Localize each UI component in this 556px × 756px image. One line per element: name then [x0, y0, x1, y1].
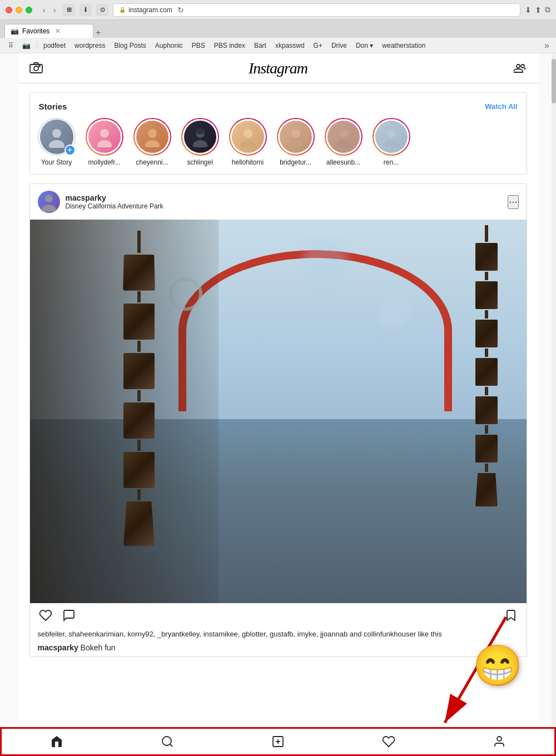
comment-icon: [62, 609, 76, 622]
instagram-header: Instagram: [18, 53, 538, 83]
story-ring-cheyenni: [133, 118, 171, 156]
svg-point-16: [339, 129, 348, 138]
story-ring-molly: [86, 118, 123, 156]
nav-profile-button[interactable]: [444, 729, 554, 754]
bookmarks-bar: ⠿ 📷 podfeet wordpress Blog Posts Auphoni…: [0, 38, 556, 53]
scrollbar-thumb[interactable]: [552, 59, 556, 103]
new-tab-plus[interactable]: +: [93, 28, 103, 38]
story-item-alleesunb[interactable]: alleesunb...: [322, 118, 365, 166]
story-item-hellohitomi[interactable]: hellohitomi: [227, 118, 269, 166]
chain-connector-1: [137, 291, 141, 302]
bookmark-item[interactable]: ⠿: [4, 41, 17, 51]
bookmark-xkpasswd[interactable]: xkpasswd: [271, 41, 309, 51]
svg-line-23: [170, 744, 172, 747]
download-button[interactable]: ⬇: [525, 6, 532, 14]
svg-point-3: [52, 129, 61, 138]
story-username-rene: ren...: [384, 158, 399, 166]
post-image[interactable]: [30, 220, 527, 603]
story-ring-inner-hellohitomi: [230, 119, 266, 155]
story-username-alleesunb: alleesunb...: [326, 158, 360, 166]
comment-button[interactable]: [61, 608, 77, 623]
reload-button[interactable]: ↻: [177, 6, 184, 14]
nav-home-button[interactable]: [2, 729, 112, 754]
instagram-app: Instagram Stories Watch All: [18, 53, 538, 720]
chain-link-4: [123, 402, 155, 439]
post-location[interactable]: Disney California Adventure Park: [66, 202, 163, 210]
bookmark-blog-posts[interactable]: Blog Posts: [110, 41, 150, 51]
post-more-button[interactable]: ···: [508, 195, 518, 209]
hellohitomi-silhouette: [237, 126, 259, 147]
chain-link-bottom: [123, 501, 155, 546]
story-ring-hellohitomi: [229, 118, 267, 156]
nav-add-button[interactable]: [223, 729, 334, 754]
chain-right-conn-3: [485, 349, 488, 357]
address-bar[interactable]: 🔒 instagram.com ↻: [113, 3, 520, 17]
story-username-hellohitomi: hellohitomi: [232, 158, 264, 166]
new-tab-button[interactable]: ⧉: [545, 5, 550, 14]
reader-view[interactable]: ℹ: [80, 4, 92, 16]
bookmark-instagram-icon[interactable]: 📷: [18, 41, 34, 51]
story-ring-inner-cheyenni: [135, 119, 170, 155]
bookmark-don[interactable]: Don ▾: [352, 41, 377, 51]
add-icon: [271, 735, 285, 748]
bookmark-wordpress[interactable]: wordpress: [71, 41, 109, 51]
chain-link-1: [123, 255, 155, 291]
story-avatar-hellohitomi: [232, 121, 264, 153]
story-avatar-wrapper-schlingel: [181, 118, 219, 156]
bookmark-drive[interactable]: Drive: [327, 41, 351, 51]
active-tab[interactable]: 📷 Favorites ✕: [4, 24, 93, 38]
story-ring-schlingel: [181, 118, 219, 156]
svg-point-7: [148, 129, 157, 138]
svg-point-14: [291, 129, 300, 138]
chain-right-link-3: [475, 320, 498, 347]
chain-right-conn-4: [485, 387, 488, 395]
bookmark-button[interactable]: [503, 608, 519, 623]
story-item-molly[interactable]: mollydefr...: [83, 118, 126, 166]
svg-point-22: [162, 737, 171, 745]
svg-point-1: [34, 66, 38, 71]
bookmark-podfeet[interactable]: podfeet: [39, 41, 70, 51]
bookmark-bart[interactable]: Bart: [250, 41, 270, 51]
caption-username[interactable]: macsparky: [38, 643, 78, 652]
back-button[interactable]: ‹: [40, 4, 48, 16]
story-item-schlingel[interactable]: schlingel: [179, 118, 221, 166]
tab-close-button[interactable]: ✕: [55, 27, 61, 35]
story-item-cheyenni[interactable]: cheyenni...: [131, 118, 173, 166]
minimize-button[interactable]: [16, 7, 22, 13]
svg-point-4: [49, 140, 64, 148]
story-item-bridgetur[interactable]: bridgetur...: [275, 118, 317, 166]
nav-search-button[interactable]: [112, 729, 223, 754]
story-ring-inner-alleesunb: [326, 119, 361, 155]
story-item-your[interactable]: + Your Story: [36, 118, 78, 166]
story-avatar-wrapper-alleesunb: [325, 118, 363, 156]
bookmark-weatherstation[interactable]: weatherstation: [378, 41, 429, 51]
post-avatar[interactable]: [38, 191, 60, 213]
browser-titlebar: ‹ › ⊞ ℹ ⊙ 🔒 instagram.com ↻ ⬇ ⬆ ⧉: [0, 0, 556, 20]
heart-icon: [39, 609, 52, 622]
bookmark-auphonic[interactable]: Auphonic: [151, 41, 187, 51]
post-avatar-image: [39, 192, 59, 212]
extensions-icon[interactable]: ⊙: [96, 4, 108, 16]
camera-button[interactable]: [29, 62, 43, 75]
bookmark-pbs-index[interactable]: PBS index: [210, 41, 249, 51]
bookmark-gplus[interactable]: G+: [310, 41, 326, 51]
watch-all-button[interactable]: Watch All: [485, 102, 517, 111]
svg-point-19: [384, 140, 399, 147]
lock-icon: 🔒: [119, 7, 126, 13]
forward-button[interactable]: ›: [51, 4, 59, 16]
share-button[interactable]: ⬆: [535, 6, 542, 14]
post-username[interactable]: macsparky: [66, 193, 163, 202]
like-button[interactable]: [38, 608, 53, 623]
story-item-rene[interactable]: ren...: [370, 118, 413, 166]
close-button[interactable]: [6, 7, 12, 13]
nav-buttons: ‹ ›: [40, 4, 58, 16]
bookmark-pbs[interactable]: PBS: [188, 41, 209, 51]
sidebar-toggle[interactable]: ⊞: [63, 4, 75, 16]
post-caption: macsparky Bokeh fun: [30, 642, 527, 656]
chain-right-conn-1: [485, 272, 488, 280]
story-add-icon[interactable]: +: [64, 145, 76, 156]
nav-heart-button[interactable]: [333, 729, 444, 754]
bookmarks-more[interactable]: »: [542, 41, 552, 51]
maximize-button[interactable]: [26, 7, 32, 13]
add-user-button[interactable]: [514, 62, 527, 75]
